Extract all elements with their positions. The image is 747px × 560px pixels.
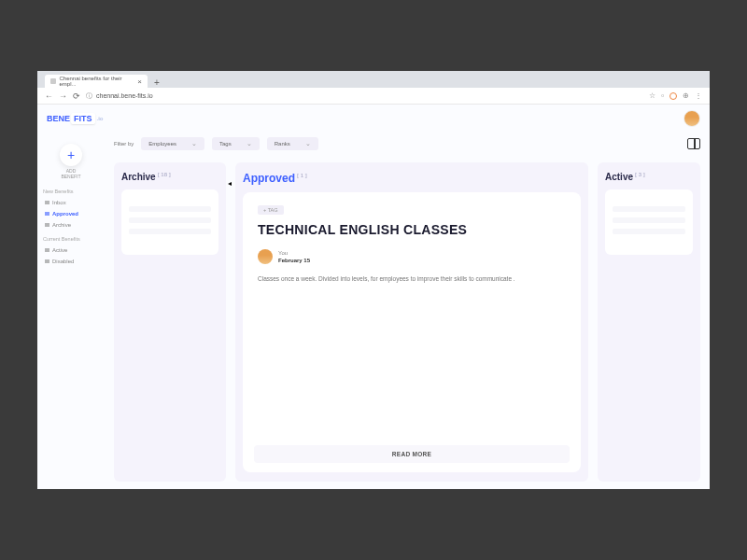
view-toggle-icon[interactable] [687,138,700,149]
count-badge: [ 3 ] [635,172,645,177]
column-approved: Approved[ 1 ] + TAG TECHNICAL ENGLISH CL… [235,162,588,482]
count-badge: [ 18 ] [158,172,171,177]
add-benefit-label: ADD BENEFIT [43,168,99,179]
logo[interactable]: BENE FITS .io [47,113,104,124]
app-body: + ADD BENEFIT New Benefits Inbox Approve… [37,133,710,489]
addr-icons: ☆ ▫ ⊕ ⋮ [649,91,702,100]
filter-ranks[interactable]: Ranks [267,137,318,150]
add-tag-button[interactable]: + TAG [258,205,284,215]
sidebar-group-label: New Benefits [43,189,99,194]
author-name: You [278,249,310,257]
column-archive: Archive[ 18 ] [114,162,226,482]
avatar[interactable] [684,110,700,127]
column-title: Active[ 3 ] [605,172,693,182]
folder-icon [45,223,49,227]
column-title: Archive[ 18 ] [121,172,218,182]
lock-icon: ⓘ [86,91,92,101]
read-more-button[interactable]: READ MORE [254,445,570,463]
profile-icon[interactable]: ⊕ [683,91,689,100]
column-title: Approved[ 1 ] [243,172,581,185]
sidebar-item-disabled[interactable]: Disabled [43,256,99,267]
count-badge: [ 1 ] [297,173,307,178]
url-text: chennai.bene-fits.io [96,92,153,99]
url-field[interactable]: ⓘ chennai.bene-fits.io [86,91,643,101]
column-active: Active[ 3 ] [598,162,700,482]
browser-window: Chennai benefits for their empl... × + ←… [37,71,710,489]
logo-part2: FITS [71,113,95,124]
browser-tab[interactable]: Chennai benefits for their empl... × [45,75,148,88]
folder-icon [45,259,49,263]
sidebar-item-archive[interactable]: Archive [43,219,99,231]
sidebar-item-active[interactable]: Active [43,245,99,256]
new-tab-button[interactable]: + [151,77,162,88]
add-benefit-button[interactable]: + [60,144,82,166]
star-icon[interactable]: ☆ [649,91,655,100]
benefit-card[interactable]: + TAG TECHNICAL ENGLISH CLASSES You Febr… [243,192,581,472]
filter-label: Filter by [114,141,134,147]
logo-part1: BENE [47,114,70,123]
cursor-icon: ◂ [228,179,232,188]
reload-icon[interactable]: ⟳ [73,91,80,101]
logo-suffix: .io [97,116,104,121]
author-avatar [258,249,273,264]
sidebar-item-approved[interactable]: Approved [43,208,99,219]
card-placeholder[interactable] [605,189,693,255]
folder-icon [45,248,49,252]
card-author: You February 15 [258,249,566,265]
filter-tags[interactable]: Tags [212,137,260,150]
filter-employees[interactable]: Employees [141,137,204,150]
folder-icon [45,212,49,216]
extension-icon[interactable] [669,92,677,100]
card-title: TECHNICAL ENGLISH CLASSES [258,222,566,238]
sidebar-item-inbox[interactable]: Inbox [43,197,99,208]
app-header: BENE FITS .io [37,105,710,133]
close-tab-icon[interactable]: × [137,77,142,86]
folder-icon [45,201,49,204]
forward-icon[interactable]: → [59,91,67,101]
author-date: February 15 [278,257,310,264]
back-icon[interactable]: ← [45,91,53,101]
sidebar: + ADD BENEFIT New Benefits Inbox Approve… [37,133,105,489]
filter-bar: Filter by Employees Tags Ranks [105,133,710,155]
ext-icon[interactable]: ▫ [661,91,664,100]
address-bar: ← → ⟳ ⓘ chennai.bene-fits.io ☆ ▫ ⊕ ⋮ [37,88,710,105]
tab-title: Chennai benefits for their empl... [60,76,134,87]
main-area: Filter by Employees Tags Ranks Archive[ … [105,133,710,489]
favicon-icon [50,78,56,84]
card-description: Classes once a week. Divided into levels… [258,274,566,284]
sidebar-group-label: Current Benefits [43,236,99,242]
menu-icon[interactable]: ⋮ [695,91,702,100]
tab-strip: Chennai benefits for their empl... × + [37,71,710,88]
card-placeholder[interactable] [121,189,218,255]
board-columns: Archive[ 18 ] Approved[ 1 ] + TAG TECHNI… [105,155,710,489]
